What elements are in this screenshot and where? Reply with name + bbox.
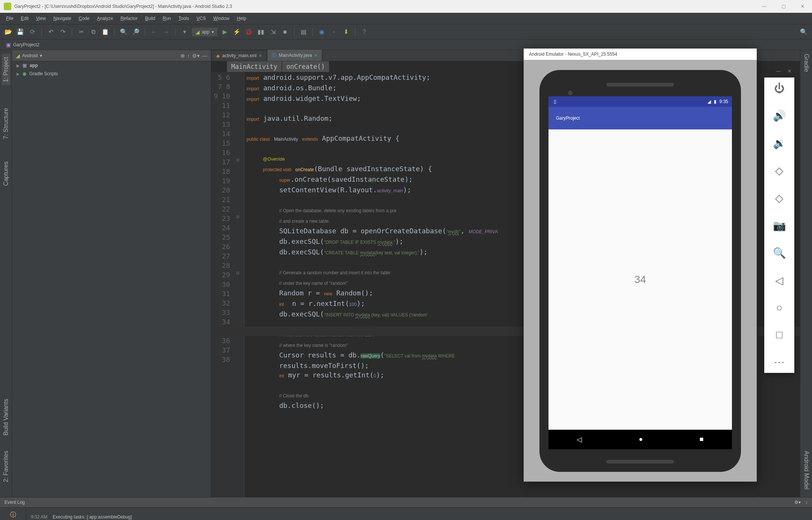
menu-analyze[interactable]: Analyze (94, 14, 116, 23)
sdk-manager-icon[interactable]: ▫ (329, 27, 338, 36)
emulator-body: ▯ ◢ ▮ 9:35 GaryProject 34 ◁ ● ■ (524, 60, 757, 482)
screenshot-icon[interactable]: 📷 (772, 219, 787, 232)
dropdown-icon[interactable]: ▾ (40, 53, 42, 58)
emu-minimize[interactable]: — (776, 68, 781, 75)
power-icon[interactable]: ⏻ (772, 82, 787, 94)
tool-project[interactable]: 1: Project (2, 54, 10, 85)
menu-help[interactable]: Help (234, 14, 249, 23)
tool-captures[interactable]: Captures (3, 161, 9, 186)
tool-gradle[interactable]: Gradle (803, 54, 810, 72)
menu-file[interactable]: File (3, 14, 16, 23)
breadcrumb-root[interactable]: GaryProject2 (13, 42, 39, 47)
settings-icon[interactable]: ⚙▾ (794, 500, 801, 505)
apply-changes-icon[interactable]: ⚡ (232, 27, 241, 36)
menu-refactor[interactable]: Refactor (118, 14, 141, 23)
rotate-left-icon[interactable]: ◇ (772, 164, 787, 177)
menu-build[interactable]: Build (142, 14, 158, 23)
copy-icon[interactable]: ⧉ (89, 27, 98, 36)
phone-time: 9:35 (720, 99, 728, 104)
log-row: 9:32 AMExecuting tasks: [:app:assembleDe… (26, 510, 812, 520)
emulator-controls: ⏻ 🔊 🔉 ◇ ◇ 📷 🔍 ◁ ○ □ ⋯ (764, 78, 794, 373)
collapse-icon[interactable]: ↕ (187, 53, 190, 59)
fold-icon[interactable]: ⊟ (236, 271, 239, 275)
app-toolbar: GaryProject (548, 107, 732, 129)
back-icon[interactable]: ◁ (772, 274, 787, 287)
volume-down-icon[interactable]: 🔉 (772, 137, 787, 149)
menu-run[interactable]: Run (160, 14, 174, 23)
make-icon[interactable]: ▾ (180, 27, 189, 36)
caret-icon: ▶ (17, 64, 20, 68)
cut-icon[interactable]: ✂ (77, 27, 86, 36)
close-button[interactable]: ✕ (801, 4, 804, 9)
settings-icon[interactable]: ⚙▾ (192, 53, 200, 59)
home-icon[interactable]: ○ (772, 302, 787, 314)
paste-icon[interactable]: 📋 (101, 27, 110, 36)
tree-label: Gradle Scripts (29, 71, 58, 76)
module-icon: ▣ (23, 63, 27, 68)
maximize-button[interactable]: ▢ (782, 4, 786, 9)
zoom-icon[interactable]: 🔍 (772, 247, 787, 259)
hide-icon[interactable]: ↓ (805, 500, 807, 505)
avd-manager-icon[interactable]: ◉ (317, 27, 326, 36)
stop-icon[interactable]: ■ (280, 27, 289, 36)
menu-vcs[interactable]: VCS (194, 14, 209, 23)
open-icon[interactable]: 📂 (4, 27, 13, 36)
tool-android-model[interactable]: Android Model (803, 451, 810, 490)
android-profiler-icon[interactable]: ⬇ (341, 27, 350, 36)
fold-icon[interactable]: ⊟ (236, 158, 239, 163)
fold-icon[interactable]: ⊟ (236, 214, 239, 219)
tree-item-app[interactable]: ▶ ▣ app (12, 61, 211, 70)
home-button[interactable]: ● (639, 435, 643, 443)
target-icon[interactable]: ⊕ (180, 53, 185, 59)
volume-up-icon[interactable]: 🔊 (772, 109, 787, 122)
redo-icon[interactable]: ↷ (58, 27, 67, 36)
menu-edit[interactable]: Edit (18, 14, 32, 23)
close-icon[interactable]: × (314, 52, 317, 58)
forward-icon[interactable]: → (162, 27, 171, 36)
phone-camera (568, 91, 573, 95)
emulator-titlebar[interactable]: Android Emulator - Nexus_5X_API_25:5554 (524, 49, 757, 60)
tab-mainactivity[interactable]: Ⓒ MainActivity.java × (267, 49, 323, 61)
rotate-right-icon[interactable]: ◇ (772, 192, 787, 204)
more-icon[interactable]: ⋯ (772, 356, 787, 368)
sync-icon[interactable]: ⟳ (28, 27, 37, 36)
profile-icon[interactable]: ▮▮ (256, 27, 265, 36)
run-button[interactable]: ▶ (220, 27, 229, 36)
info-icon[interactable]: ⓘ (8, 510, 18, 520)
menu-navigate[interactable]: Navigate (50, 14, 74, 23)
layout-inspector-icon[interactable]: ▤ (299, 27, 308, 36)
project-view-label[interactable]: Android (22, 53, 38, 58)
search-everywhere-icon[interactable]: 🔍 (799, 27, 808, 36)
replace-icon[interactable]: 🔎 (131, 27, 140, 36)
crumb-class[interactable]: MainActivity (227, 61, 282, 72)
tab-activity-main[interactable]: ◆ activity_main.xml × (211, 50, 267, 61)
crumb-method[interactable]: onCreate() (282, 61, 329, 72)
save-icon[interactable]: 💾 (16, 27, 25, 36)
overview-icon[interactable]: □ (772, 329, 787, 341)
find-icon[interactable]: 🔍 (119, 27, 128, 36)
tool-build-variants[interactable]: Build Variants (3, 399, 9, 436)
tree-label: app (30, 63, 38, 68)
hide-icon[interactable]: — (202, 53, 207, 59)
tool-favorites[interactable]: 2: Favorites (3, 451, 9, 482)
menu-window[interactable]: Window (210, 14, 232, 23)
menu-view[interactable]: View (33, 14, 49, 23)
tool-structure[interactable]: 7: Structure (3, 108, 9, 139)
eventlog-header: Event Log ⚙▾ ↓ (0, 497, 812, 508)
overview-button[interactable]: ■ (700, 435, 704, 443)
back-button[interactable]: ◁ (577, 435, 582, 444)
undo-icon[interactable]: ↶ (46, 27, 55, 36)
attach-debugger-icon[interactable]: ⇲ (268, 27, 277, 36)
close-icon[interactable]: × (259, 53, 262, 59)
run-config-dropdown[interactable]: ◢ app ▾ (192, 28, 217, 36)
xml-file-icon: ◆ (216, 53, 220, 59)
back-icon[interactable]: ← (150, 27, 159, 36)
minimize-button[interactable]: — (762, 4, 767, 9)
menu-tools[interactable]: Tools (176, 14, 192, 23)
menu-code[interactable]: Code (76, 14, 92, 23)
emu-close[interactable]: ✕ (788, 68, 791, 75)
help-icon[interactable]: ? (360, 27, 369, 36)
phone-screen[interactable]: ▯ ◢ ▮ 9:35 GaryProject 34 ◁ ● ■ (548, 96, 732, 449)
debug-button[interactable]: 🐞 (244, 27, 253, 36)
tree-item-gradle-scripts[interactable]: ▶ ◉ Gradle Scripts (12, 70, 211, 78)
